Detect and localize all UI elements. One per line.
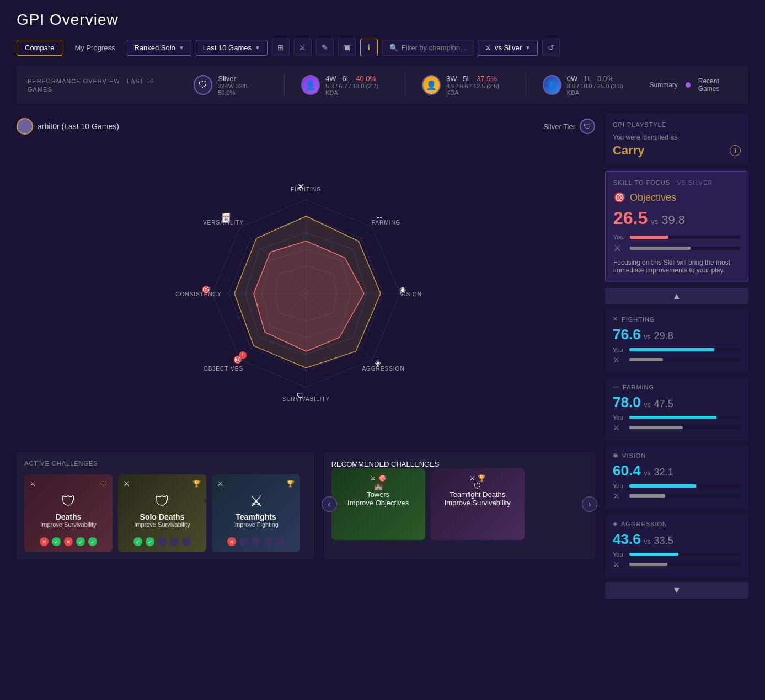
filter-champion-search[interactable]: 🔍 Filter by champion... xyxy=(382,40,473,56)
perf-stat-silver: 🛡 Silver 324W 324L 50.0% xyxy=(194,74,268,96)
dot-5 xyxy=(182,537,191,546)
silver-icon: 🛡 xyxy=(194,75,212,95)
info-icon[interactable]: ℹ xyxy=(730,145,741,156)
aggression-skill-icon: ◈ xyxy=(613,520,618,527)
recent-games-label[interactable]: Recent Games xyxy=(698,77,737,93)
tfd-card-sub: Improve Survivability xyxy=(445,499,511,507)
radar-label-aggression: AGGRESSION xyxy=(362,366,404,372)
tfd-main-icon: 🛡 xyxy=(474,482,481,490)
recommended-challenges-block: RECOMMENDED CHALLENGES ‹ ⚔ 🎯 xyxy=(324,452,595,559)
solo-card-name: Solo Deaths xyxy=(140,512,185,521)
deaths-icon-left: ⚔ xyxy=(30,480,36,488)
vs-icon: ⚔ xyxy=(485,44,491,52)
tf-icon-left: ⚔ xyxy=(217,480,223,488)
tf-card-dots: ✕ xyxy=(227,537,285,546)
vision-score: 60.4 xyxy=(613,462,641,479)
skill-card-aggression: ◈ AGGRESSION 43.6 vs 33.5 You ⚔ xyxy=(605,514,748,578)
solo-card-dots: ✓ ✓ xyxy=(133,537,191,546)
recommended-challenges-title: RECOMMENDED CHALLENGES xyxy=(331,460,587,468)
tfd-icon-left: ⚔ xyxy=(469,474,475,482)
icon-btn-5[interactable]: ℹ xyxy=(360,39,378,56)
scroll-up-button[interactable]: ▲ xyxy=(605,288,748,304)
deaths-card-dots: ✕ ✓ ✕ ✓ ✓ xyxy=(40,537,97,546)
champ-icon-4: 👤 xyxy=(543,75,561,95)
tf-main-icon: ⚔ xyxy=(249,492,263,510)
ranked-solo-dropdown[interactable]: Ranked Solo ▼ xyxy=(127,40,191,56)
dot-1: ✕ xyxy=(227,537,236,546)
dot-5: ✓ xyxy=(88,537,97,546)
perf-stat-2: 👤 4W 6L 40.0% 5.3 / 6.7 / 13.0 (2.7) KDA xyxy=(301,74,388,96)
player-avatar xyxy=(17,118,33,135)
scroll-down-button[interactable]: ▼ xyxy=(605,582,748,599)
summary-dot xyxy=(686,82,691,88)
refresh-icon: ↺ xyxy=(548,43,554,52)
dot-2: ✓ xyxy=(52,537,61,546)
vs-silver-dropdown[interactable]: ⚔ vs Silver ▼ xyxy=(478,40,538,56)
challenge-card-solo-deaths: ⚔ 🏆 🛡 Solo Deaths Improve Survivability … xyxy=(118,474,206,552)
farming-skill-icon: 〰 xyxy=(613,384,619,391)
right-panel: GPI PLAYSTYLE You were identified as Car… xyxy=(605,114,748,603)
dot-2 xyxy=(239,537,248,546)
avg-bar-row: ⚔ xyxy=(613,243,740,253)
radar-chart: FIGHTING FARMING VISION AGGRESSION SURVI… xyxy=(168,156,444,431)
towers-icon-left: ⚔ xyxy=(370,474,376,482)
icon-btn-3[interactable]: ✎ xyxy=(316,39,334,56)
icon-btn-1[interactable]: ⊞ xyxy=(272,39,290,56)
player-header: arbit0r (Last 10 Games) Silver Tier 🛡 xyxy=(17,114,595,139)
dot-4 xyxy=(264,537,272,546)
rec-card-teamfight-deaths: ⚔ 🏆 🛡 Teamfight Deaths Improve Survivabi… xyxy=(431,468,525,540)
dot-2: ✓ xyxy=(146,537,154,546)
aggression-score: 43.6 xyxy=(613,531,641,548)
survivability-icon: 🛡 xyxy=(297,391,304,400)
main-container: GPI Overview Compare My Progress Ranked … xyxy=(0,0,765,614)
carousel-right-arrow[interactable]: › xyxy=(582,496,597,512)
farming-icon: 〰 xyxy=(376,213,383,222)
last-10-games-dropdown[interactable]: Last 10 Games ▼ xyxy=(196,40,268,56)
player-name: arbit0r (Last 10 Games) xyxy=(38,122,119,131)
refresh-button[interactable]: ↺ xyxy=(542,39,560,56)
aggression-icon: ◈ xyxy=(375,358,381,367)
deaths-card-name: Deaths xyxy=(56,512,82,521)
champ-icon-3: 👤 xyxy=(422,75,441,95)
skill-score-row: 26.5 vs 39.8 xyxy=(613,208,740,228)
consistency-icon: 🎯 xyxy=(201,285,211,295)
fighting-icon: ✕ xyxy=(297,182,304,191)
objectives-icon: 🎯 xyxy=(613,191,625,204)
icon-btn-2[interactable]: ⚔ xyxy=(294,39,312,56)
skill-card-vision: ◉ VISION 60.4 vs 32.1 You ⚔ xyxy=(605,445,748,509)
avg-bar-fill xyxy=(630,247,691,250)
icon-btn-4[interactable]: ▣ xyxy=(338,39,356,56)
divider-3 xyxy=(526,74,526,96)
tf-card-name: Teamfights xyxy=(236,512,276,521)
towers-card-name: Towers xyxy=(367,490,389,499)
center-panel: arbit0r (Last 10 Games) Silver Tier 🛡 xyxy=(17,114,595,603)
performance-overview: PERFORMANCE OVERVIEW last 10 games 🛡 Sil… xyxy=(17,66,748,104)
skill-focus-card: SKILL TO FOCUS vs Silver 🎯 Objectives 26… xyxy=(605,171,748,282)
compare-button[interactable]: Compare xyxy=(17,40,62,56)
skill-focus-title: SKILL TO FOCUS vs Silver xyxy=(613,179,740,186)
your-skill-score: 26.5 xyxy=(613,208,648,228)
vision-skill-icon: ◉ xyxy=(613,452,619,459)
challenge-card-teamfights: ⚔ 🏆 ⚔ Teamfights Improve Fighting ✕ xyxy=(212,474,300,552)
summary-label[interactable]: Summary xyxy=(650,81,678,89)
carousel-left-arrow[interactable]: ‹ xyxy=(322,496,337,512)
active-challenges-title: ACTIVE CHALLENGES xyxy=(24,460,306,467)
towers-icon-right: 🎯 xyxy=(378,474,387,482)
focus-description: Focusing on this Skill will bring the mo… xyxy=(613,259,740,274)
radar-container: FIGHTING FARMING VISION AGGRESSION SURVI… xyxy=(17,145,595,442)
page-title: GPI Overview xyxy=(17,11,748,29)
active-challenges-section: ACTIVE CHALLENGES ⚔ 🛡 🛡 xyxy=(17,452,595,559)
chevron-down-icon: ▼ xyxy=(525,45,531,51)
tf-card-sub: Improve Fighting xyxy=(233,521,279,528)
radar-label-consistency: CONSISTENCY xyxy=(175,291,221,297)
perf-stat-3: 👤 3W 5L 37.5% 4.9 / 6.6 / 12.5 (2.6) KDA xyxy=(422,74,509,96)
solo-icon-left: ⚔ xyxy=(124,480,130,488)
skill-card-farming: 〰 FARMING 78.0 vs 47.5 You ⚔ xyxy=(605,377,748,441)
champ-icon-2: 👤 xyxy=(301,75,320,95)
carry-label: Carry xyxy=(613,143,644,158)
avg-skill-score: 39.8 xyxy=(661,213,685,227)
your-bar-fill xyxy=(630,236,668,239)
divider-1 xyxy=(284,74,285,96)
towers-card-sub: Improve Objectives xyxy=(347,499,409,507)
my-progress-button[interactable]: My Progress xyxy=(67,40,122,55)
